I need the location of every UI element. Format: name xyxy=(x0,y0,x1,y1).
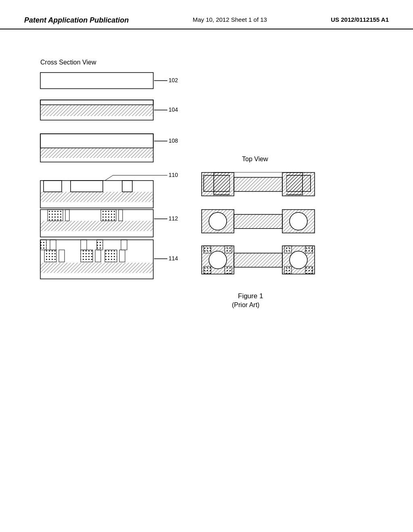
svg-rect-24 xyxy=(65,210,69,221)
svg-rect-34 xyxy=(95,250,101,262)
svg-rect-17 xyxy=(122,181,132,192)
patent-number: US 2012/0112155 A1 xyxy=(331,16,389,23)
svg-rect-33 xyxy=(81,250,93,262)
svg-rect-53 xyxy=(234,214,282,229)
main-drawing: Cross Section View 102 104 xyxy=(0,32,413,516)
svg-rect-39 xyxy=(81,240,87,250)
header: Patent Application Publication May 10, 2… xyxy=(0,0,413,29)
svg-point-61 xyxy=(290,251,307,269)
svg-rect-64 xyxy=(204,266,211,274)
svg-rect-22 xyxy=(40,231,153,237)
svg-rect-65 xyxy=(225,266,232,274)
svg-rect-15 xyxy=(44,181,62,192)
label-104: 104 xyxy=(169,106,178,113)
svg-rect-9 xyxy=(40,148,153,158)
svg-rect-63 xyxy=(225,246,232,253)
svg-rect-62 xyxy=(204,246,211,253)
svg-rect-37 xyxy=(40,240,46,250)
svg-rect-3 xyxy=(40,100,153,105)
label-114: 114 xyxy=(169,255,178,262)
svg-rect-36 xyxy=(119,250,125,262)
svg-rect-31 xyxy=(44,250,56,262)
svg-rect-4 xyxy=(40,105,153,116)
svg-rect-21 xyxy=(40,221,153,231)
layer-102 xyxy=(40,73,153,89)
svg-rect-67 xyxy=(305,246,313,253)
svg-rect-32 xyxy=(59,250,65,262)
svg-rect-26 xyxy=(119,210,123,221)
svg-rect-50 xyxy=(234,177,282,191)
svg-rect-13 xyxy=(40,192,153,202)
cross-section-label: Cross Section View xyxy=(40,59,96,66)
svg-rect-16 xyxy=(71,181,103,192)
svg-rect-58 xyxy=(234,253,282,267)
label-112: 112 xyxy=(169,215,178,222)
top-view-label: Top View xyxy=(242,156,268,162)
label-110: 110 xyxy=(169,172,178,178)
svg-rect-49 xyxy=(202,172,234,196)
svg-point-56 xyxy=(290,212,307,230)
svg-rect-35 xyxy=(105,250,117,262)
svg-rect-29 xyxy=(40,263,153,273)
svg-rect-23 xyxy=(48,210,63,221)
svg-point-55 xyxy=(209,212,227,230)
svg-rect-8 xyxy=(40,134,153,148)
svg-point-60 xyxy=(209,251,227,269)
svg-rect-40 xyxy=(97,240,103,250)
svg-rect-14 xyxy=(40,202,153,208)
page: Patent Application Publication May 10, 2… xyxy=(0,0,413,532)
figure-caption-line1: Figure 1 xyxy=(238,292,263,300)
svg-rect-10 xyxy=(40,158,153,162)
svg-rect-41 xyxy=(121,240,127,250)
publication-title: Patent Application Publication xyxy=(24,16,129,25)
sheet-info: May 10, 2012 Sheet 1 of 13 xyxy=(193,16,267,23)
svg-rect-38 xyxy=(50,240,56,250)
label-102: 102 xyxy=(169,77,178,83)
svg-rect-51 xyxy=(282,172,315,196)
svg-rect-68 xyxy=(284,266,292,274)
figure-caption-line2: (Prior Art) xyxy=(232,301,259,308)
label-108: 108 xyxy=(169,137,178,144)
svg-rect-66 xyxy=(284,246,292,253)
svg-rect-69 xyxy=(305,266,313,274)
svg-line-19 xyxy=(105,175,113,181)
svg-rect-30 xyxy=(40,273,153,279)
svg-rect-5 xyxy=(40,116,153,120)
svg-rect-25 xyxy=(101,210,116,221)
